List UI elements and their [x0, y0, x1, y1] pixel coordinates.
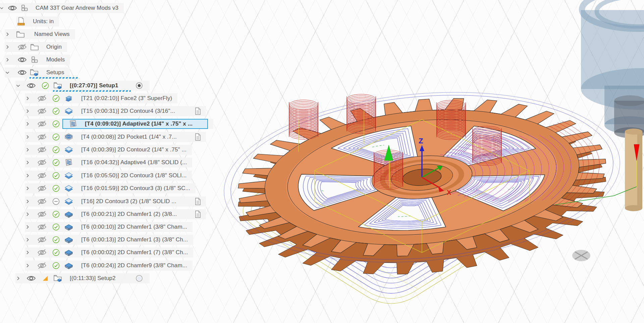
- chevron-right-icon[interactable]: [15, 276, 21, 281]
- chevron-right-icon[interactable]: [25, 134, 30, 140]
- eye-off-icon[interactable]: [37, 133, 47, 141]
- row-label: [T15 (0:00:31)] 2D Contour4 (3/16"...: [81, 108, 175, 114]
- chevron-right-icon[interactable]: [25, 199, 30, 204]
- row-label: [(0:11:33)] Setup2: [70, 275, 116, 282]
- eye-off-icon[interactable]: [37, 236, 47, 243]
- chevron-right-icon[interactable]: [5, 32, 10, 37]
- browser-row-op-contour2[interactable]: [T4 (0:00:39)] 2D Contour2 (1/4" x .75" …: [25, 145, 192, 155]
- row-label: [T6 (0:00:21)] 2D Chamfer1 (2) (3/8...: [81, 211, 177, 218]
- eye-off-icon[interactable]: [37, 223, 47, 231]
- chevron-right-icon[interactable]: [25, 160, 30, 165]
- check-circle-icon[interactable]: [52, 107, 60, 115]
- page-icon: [195, 197, 201, 205]
- browser-row-units[interactable]: Units: in: [16, 16, 59, 27]
- eye-off-icon[interactable]: [37, 262, 47, 269]
- check-circle-icon[interactable]: [52, 133, 60, 141]
- eye-icon[interactable]: [26, 82, 36, 89]
- row-label: [(0:27:07)] Setup1: [70, 82, 118, 89]
- browser-row-op-face2[interactable]: [T21 (0:02:10)] Face2 (3" SuperFly): [25, 93, 177, 103]
- setup-folder-icon: [30, 68, 40, 77]
- eye-off-icon[interactable]: [37, 185, 47, 192]
- chevron-right-icon[interactable]: [25, 108, 30, 114]
- browser-row-named-views[interactable]: Named Views: [5, 29, 75, 39]
- chevron-right-icon[interactable]: [5, 44, 10, 50]
- active-setup-radio-icon[interactable]: [136, 275, 143, 282]
- browser-row-op-adaptive2[interactable]: [T4 (0:09:02)] Adaptive2 (1/4" x .75" x …: [25, 119, 213, 129]
- eye-icon[interactable]: [17, 56, 27, 63]
- eye-off-icon[interactable]: [37, 159, 47, 166]
- chevron-right-icon[interactable]: [25, 173, 30, 178]
- browser-row-op-contour3-2[interactable]: [T16] 2D Contour3 (2) (1/8" SOLID ...: [25, 196, 206, 206]
- browser-row-op-chamfer9[interactable]: [T6 (0:00:24)] 2D Chamfer9 (3/8" Cham...: [25, 261, 193, 271]
- check-circle-icon[interactable]: [52, 184, 60, 192]
- browser-row-op-chamfer1[interactable]: [T6 (0:00:10)] 2D Chamfer1 (3/8" Cham...: [25, 222, 193, 232]
- eye-off-icon[interactable]: [37, 172, 47, 179]
- warning-triangle-icon[interactable]: [41, 275, 50, 282]
- chevron-right-icon[interactable]: [5, 57, 10, 62]
- browser-row-op-adaptive4[interactable]: [T16 (0:04:32)] Adaptive4 (1/8" SOLID (.…: [25, 157, 192, 168]
- browser-row-models[interactable]: Models: [5, 55, 70, 65]
- check-circle-icon[interactable]: [52, 236, 60, 244]
- chevron-right-icon[interactable]: [25, 224, 30, 230]
- check-circle-icon[interactable]: [52, 158, 60, 167]
- browser-row-op-contour4[interactable]: [T15 (0:00:31)] 2D Contour4 (3/16"...: [25, 106, 206, 116]
- browser-row-op-pocket1[interactable]: [T4 (0:00:08)] 2D Pocket1 (1/4" x .7...: [25, 132, 206, 142]
- browser-row-document-root[interactable]: CAM 33T Gear Andrew Mods v3: [0, 3, 124, 13]
- chevron-down-icon[interactable]: [5, 70, 10, 75]
- tool-shank: [625, 129, 642, 211]
- chevron-right-icon[interactable]: [25, 237, 30, 242]
- chevron-right-icon[interactable]: [25, 147, 30, 152]
- check-circle-icon[interactable]: [52, 172, 60, 180]
- check-circle-icon[interactable]: [52, 210, 60, 218]
- check-circle-icon[interactable]: [52, 120, 60, 128]
- eye-off-icon[interactable]: [37, 95, 47, 102]
- chevron-right-icon[interactable]: [25, 121, 30, 127]
- row-label: [T16 (0:05:50)] 2D Contour3 (1/8" SOLI..…: [81, 172, 186, 179]
- browser-row-op-chamfer1-7[interactable]: [T6 (0:00:02)] 2D Chamfer1 (7) (3/8" Ch.…: [25, 247, 193, 258]
- minus-circle-icon[interactable]: [52, 197, 60, 205]
- check-circle-icon[interactable]: [52, 262, 60, 270]
- check-circle-icon[interactable]: [52, 248, 60, 257]
- contour-icon: [64, 146, 73, 154]
- eye-off-icon[interactable]: [37, 211, 47, 218]
- eye-icon[interactable]: [7, 5, 17, 11]
- row-label: [T6 (0:00:10)] 2D Chamfer1 (3/8" Cham...: [81, 224, 187, 230]
- browser-row-setups[interactable]: Setups: [5, 67, 70, 78]
- browser-row-setup1[interactable]: [(0:27:07)] Setup1: [15, 81, 150, 91]
- check-circle-icon[interactable]: [52, 146, 60, 154]
- browser-row-op-contour3-3[interactable]: [T16 (0:01:59)] 2D Contour3 (3) (1/8" SC…: [25, 183, 196, 193]
- eye-off-icon[interactable]: [37, 249, 47, 256]
- check-circle-icon[interactable]: [41, 82, 50, 90]
- tool-holder-ghost: [581, 0, 644, 138]
- chamfer-icon: [64, 235, 73, 244]
- eye-off-icon[interactable]: [37, 198, 47, 205]
- row-label: [T16 (0:01:59)] 2D Contour3 (3) (1/8" SC…: [81, 185, 190, 192]
- eye-off-icon[interactable]: [37, 120, 47, 128]
- browser-row-op-chamfer1-3[interactable]: [T6 (0:00:13)] 2D Chamfer1 (3) (3/8" Ch.…: [25, 235, 193, 245]
- check-circle-icon[interactable]: [52, 94, 60, 102]
- chevron-down-icon[interactable]: [15, 83, 21, 88]
- eye-off-icon[interactable]: [17, 43, 27, 51]
- check-circle-icon[interactable]: [52, 223, 60, 231]
- browser-row-setup2[interactable]: [(0:11:33)] Setup2: [15, 273, 150, 283]
- browser-row-op-chamfer1-2[interactable]: [T6 (0:00:21)] 2D Chamfer1 (2) (3/8...: [25, 209, 206, 219]
- selected-row-box[interactable]: [T4 (0:09:02)] Adaptive2 (1/4" x .75" x …: [62, 119, 208, 129]
- chevron-right-icon[interactable]: [25, 212, 30, 217]
- eye-off-icon[interactable]: [37, 146, 47, 153]
- chevron-right-icon[interactable]: [25, 263, 30, 268]
- eye-icon[interactable]: [17, 69, 27, 76]
- browser-row-origin[interactable]: Origin: [5, 42, 67, 52]
- chevron-down-icon[interactable]: [0, 5, 4, 11]
- active-setup-radio-icon[interactable]: [136, 82, 143, 89]
- pocket-icon: [64, 133, 73, 141]
- eye-icon[interactable]: [26, 275, 36, 282]
- browser-row-op-contour3[interactable]: [T16 (0:05:50)] 2D Contour3 (1/8" SOLI..…: [25, 171, 192, 181]
- chevron-right-icon[interactable]: [25, 96, 30, 101]
- row-label: Named Views: [34, 31, 70, 38]
- adaptive-icon: [64, 158, 73, 167]
- eye-off-icon[interactable]: [37, 107, 47, 115]
- chevron-right-icon[interactable]: [25, 186, 30, 191]
- chevron-right-icon[interactable]: [25, 250, 30, 255]
- page-icon: [195, 107, 201, 115]
- row-label: Units: in: [33, 18, 54, 25]
